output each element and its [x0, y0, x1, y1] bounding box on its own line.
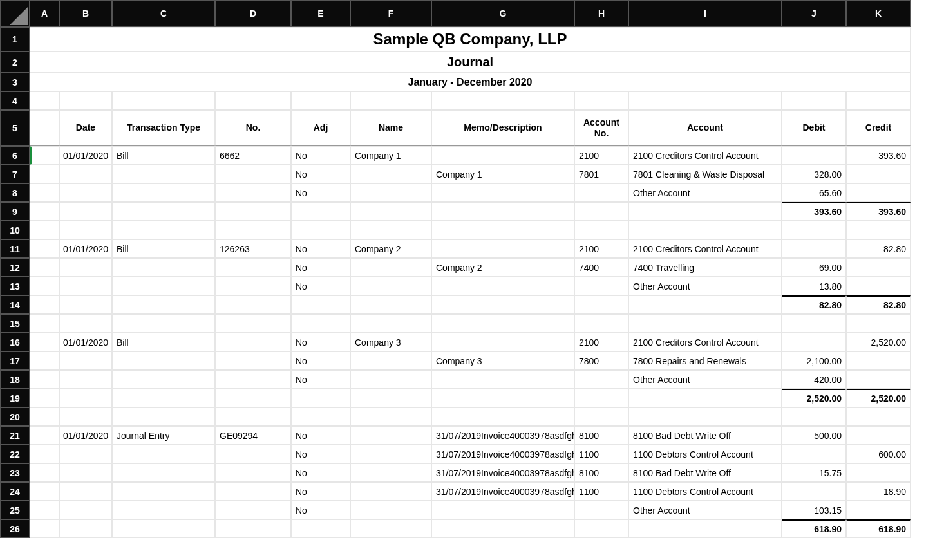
cell-r26-adj[interactable]: [291, 519, 350, 538]
cell-r16-date[interactable]: 01/01/2020: [59, 333, 112, 351]
cell-r6-debit[interactable]: [782, 146, 846, 165]
cell-r22-debit[interactable]: [782, 445, 846, 463]
cell-r17-name[interactable]: [350, 351, 431, 370]
cell-r15-txn_type[interactable]: [112, 314, 215, 333]
cell-r26-account[interactable]: [628, 519, 782, 538]
cell-r9-adj[interactable]: [291, 202, 350, 221]
cell-r23-no[interactable]: [215, 463, 291, 482]
cell-r9-txn_type[interactable]: [112, 202, 215, 221]
header-adj[interactable]: Adj: [291, 110, 350, 146]
cell-r21-debit[interactable]: 500.00: [782, 426, 846, 445]
cell-r21-date[interactable]: 01/01/2020: [59, 426, 112, 445]
cell-r15-memo[interactable]: [431, 314, 574, 333]
cell-r12-A[interactable]: [30, 258, 59, 277]
cell-r25-memo[interactable]: [431, 501, 574, 519]
cell-period[interactable]: January - December 2020: [30, 73, 911, 91]
rowhdr-12[interactable]: 12: [0, 258, 30, 277]
rowhdr-22[interactable]: 22: [0, 445, 30, 463]
cell-r10-account[interactable]: [628, 221, 782, 239]
cell-r17-credit[interactable]: [846, 351, 911, 370]
cell-r9-account_no[interactable]: [574, 202, 628, 221]
cell-r6-A[interactable]: [30, 146, 59, 165]
cell-r19-name[interactable]: [350, 389, 431, 407]
cell-r7-A[interactable]: [30, 165, 59, 183]
header-account[interactable]: Account: [628, 110, 782, 146]
rowhdr-14[interactable]: 14: [0, 295, 30, 314]
cell-r26-no[interactable]: [215, 519, 291, 538]
cell-r20-credit[interactable]: [846, 407, 911, 426]
cell-r13-debit[interactable]: 13.80: [782, 277, 846, 295]
cell-r22-no[interactable]: [215, 445, 291, 463]
cell-blank-r4c9[interactable]: [782, 91, 846, 110]
cell-r23-account_no[interactable]: 8100: [574, 463, 628, 482]
rowhdr-3[interactable]: 3: [0, 73, 30, 91]
cell-r16-account_no[interactable]: 2100: [574, 333, 628, 351]
cell-r10-A[interactable]: [30, 221, 59, 239]
cell-r9-debit[interactable]: 393.60: [782, 202, 846, 221]
cell-r11-date[interactable]: 01/01/2020: [59, 239, 112, 258]
rowhdr-10[interactable]: 10: [0, 221, 30, 239]
cell-r21-txn_type[interactable]: Journal Entry: [112, 426, 215, 445]
cell-r22-account_no[interactable]: 1100: [574, 445, 628, 463]
cell-title[interactable]: Sample QB Company, LLP: [30, 27, 911, 51]
cell-r15-credit[interactable]: [846, 314, 911, 333]
cell-r6-account_no[interactable]: 2100: [574, 146, 628, 165]
cell-r17-memo[interactable]: Company 3: [431, 351, 574, 370]
cell-r11-account[interactable]: 2100 Creditors Control Account: [628, 239, 782, 258]
cell-r20-debit[interactable]: [782, 407, 846, 426]
cell-r9-no[interactable]: [215, 202, 291, 221]
rowhdr-26[interactable]: 26: [0, 519, 30, 538]
cell-r24-adj[interactable]: No: [291, 482, 350, 501]
cell-r6-no[interactable]: 6662: [215, 146, 291, 165]
cell-r8-no[interactable]: [215, 183, 291, 202]
cell-r24-memo[interactable]: 31/07/2019Invoice40003978asdfgh: [431, 482, 574, 501]
rowhdr-23[interactable]: 23: [0, 463, 30, 482]
cell-r19-txn_type[interactable]: [112, 389, 215, 407]
cell-r9-date[interactable]: [59, 202, 112, 221]
cell-r7-txn_type[interactable]: [112, 165, 215, 183]
cell-r9-credit[interactable]: 393.60: [846, 202, 911, 221]
cell-r15-account_no[interactable]: [574, 314, 628, 333]
cell-r19-adj[interactable]: [291, 389, 350, 407]
cell-r19-A[interactable]: [30, 389, 59, 407]
cell-r13-account[interactable]: Other Account: [628, 277, 782, 295]
cell-blank-r4c2[interactable]: [112, 91, 215, 110]
cell-r15-adj[interactable]: [291, 314, 350, 333]
rowhdr-25[interactable]: 25: [0, 501, 30, 519]
cell-r10-txn_type[interactable]: [112, 221, 215, 239]
cell-r25-account[interactable]: Other Account: [628, 501, 782, 519]
rowhdr-19[interactable]: 19: [0, 389, 30, 407]
cell-r11-name[interactable]: Company 2: [350, 239, 431, 258]
cell-r8-name[interactable]: [350, 183, 431, 202]
cell-r7-debit[interactable]: 328.00: [782, 165, 846, 183]
cell-blank-r4c0[interactable]: [30, 91, 59, 110]
cell-r25-A[interactable]: [30, 501, 59, 519]
cell-r20-txn_type[interactable]: [112, 407, 215, 426]
cell-r8-credit[interactable]: [846, 183, 911, 202]
header-txn_type[interactable]: Transaction Type: [112, 110, 215, 146]
cell-r17-date[interactable]: [59, 351, 112, 370]
cell-r13-adj[interactable]: No: [291, 277, 350, 295]
cell-r21-account_no[interactable]: 8100: [574, 426, 628, 445]
colhdr-I[interactable]: I: [628, 0, 782, 27]
cell-r24-credit[interactable]: 18.90: [846, 482, 911, 501]
cell-r15-debit[interactable]: [782, 314, 846, 333]
cell-r11-debit[interactable]: [782, 239, 846, 258]
rowhdr-4[interactable]: 4: [0, 91, 30, 110]
cell-r24-account_no[interactable]: 1100: [574, 482, 628, 501]
colhdr-K[interactable]: K: [846, 0, 911, 27]
cell-r17-account[interactable]: 7800 Repairs and Renewals: [628, 351, 782, 370]
rowhdr-24[interactable]: 24: [0, 482, 30, 501]
cell-r16-account[interactable]: 2100 Creditors Control Account: [628, 333, 782, 351]
cell-r12-no[interactable]: [215, 258, 291, 277]
cell-r16-A[interactable]: [30, 333, 59, 351]
cell-r11-A[interactable]: [30, 239, 59, 258]
cell-blank-r4c8[interactable]: [628, 91, 782, 110]
cell-r14-date[interactable]: [59, 295, 112, 314]
cell-r14-adj[interactable]: [291, 295, 350, 314]
cell-r18-adj[interactable]: No: [291, 370, 350, 389]
cell-r15-account[interactable]: [628, 314, 782, 333]
cell-r11-adj[interactable]: No: [291, 239, 350, 258]
cell-blank-r4c3[interactable]: [215, 91, 291, 110]
cell-r25-debit[interactable]: 103.15: [782, 501, 846, 519]
